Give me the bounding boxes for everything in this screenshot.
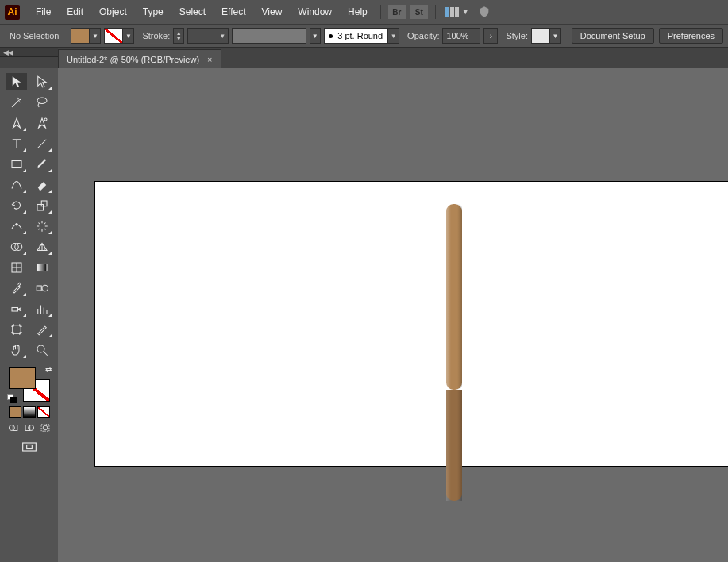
svg-point-1: [44, 118, 47, 121]
artboard-tool[interactable]: [6, 321, 27, 338]
variable-width-profile-dd[interactable]: ▼: [310, 28, 321, 44]
artwork-stick[interactable]: [446, 204, 462, 390]
graphic-style[interactable]: ▼: [531, 28, 561, 44]
default-fill-stroke-icon[interactable]: [7, 394, 17, 403]
svg-rect-3: [37, 205, 44, 211]
style-swatch: [532, 29, 549, 43]
color-mode-solid[interactable]: [9, 406, 21, 418]
perspective-grid-tool[interactable]: [32, 238, 52, 256]
control-divider: [67, 29, 67, 43]
hand-tool[interactable]: [6, 341, 27, 359]
gradient-tool[interactable]: [32, 259, 52, 276]
collapse-icon: ◀◀: [3, 48, 13, 56]
svg-rect-10: [37, 286, 41, 291]
chevron-down-icon: ▼: [122, 29, 133, 43]
arrange-documents[interactable]: ▼: [445, 7, 469, 17]
free-transform-tool[interactable]: [32, 217, 52, 235]
scale-tool[interactable]: [32, 197, 52, 214]
bridge-button[interactable]: Br: [388, 5, 406, 19]
color-mode-gradient[interactable]: [23, 406, 36, 418]
column-graph-tool[interactable]: [32, 300, 52, 318]
artboard[interactable]: [94, 181, 728, 467]
menu-object[interactable]: Object: [91, 6, 135, 17]
menu-select[interactable]: Select: [171, 6, 214, 17]
swap-fill-stroke-icon[interactable]: ⇄: [45, 365, 52, 374]
menu-help[interactable]: Help: [340, 6, 376, 17]
opacity-field[interactable]: 100%: [442, 28, 480, 44]
menu-file[interactable]: File: [28, 6, 59, 17]
svg-rect-2: [12, 161, 21, 168]
svg-rect-13: [12, 325, 21, 334]
line-segment-tool[interactable]: [32, 135, 52, 152]
svg-rect-4: [41, 201, 47, 206]
selection-status: No Selection: [5, 31, 64, 40]
width-tool[interactable]: [6, 217, 27, 235]
stock-button[interactable]: St: [410, 5, 428, 19]
canvas-area[interactable]: [58, 68, 728, 562]
opacity-more[interactable]: ›: [483, 28, 498, 44]
svg-point-18: [28, 425, 33, 431]
stroke-color[interactable]: ▼: [104, 28, 134, 44]
tools-panel: ⇄: [0, 68, 58, 462]
draw-inside[interactable]: [39, 422, 52, 433]
svg-point-20: [43, 425, 48, 430]
direct-selection-tool[interactable]: [32, 73, 52, 90]
app-logo: Ai: [5, 5, 20, 20]
eyedropper-tool[interactable]: [6, 279, 27, 297]
svg-rect-22: [26, 445, 32, 449]
menu-divider-2: [435, 5, 436, 19]
draw-normal[interactable]: [7, 422, 20, 433]
shaper-tool[interactable]: [6, 176, 27, 194]
close-icon[interactable]: ×: [207, 55, 212, 64]
stroke-swatch-none: [105, 29, 122, 43]
menu-view[interactable]: View: [254, 6, 291, 17]
mesh-tool[interactable]: [6, 259, 27, 276]
selection-tool[interactable]: [6, 73, 27, 90]
menu-type[interactable]: Type: [135, 6, 171, 17]
variable-width-profile[interactable]: [232, 28, 306, 44]
chevron-down-icon: ▼: [89, 29, 100, 43]
curvature-tool[interactable]: [32, 114, 52, 132]
preferences-button[interactable]: Preferences: [659, 28, 723, 44]
rotate-tool[interactable]: [6, 197, 27, 214]
slice-tool[interactable]: [32, 321, 52, 338]
fill-swatch: [71, 29, 89, 43]
screen-mode[interactable]: [19, 440, 40, 454]
menu-effect[interactable]: Effect: [214, 6, 253, 17]
stroke-weight-stepper[interactable]: ▲▼: [173, 28, 184, 44]
fill-color[interactable]: ▼: [71, 28, 101, 44]
blend-tool[interactable]: [32, 279, 52, 297]
fill-stroke-proxy[interactable]: ⇄: [7, 365, 52, 403]
menu-divider: [380, 5, 381, 19]
menu-window[interactable]: Window: [290, 6, 340, 17]
magic-wand-tool[interactable]: [6, 94, 27, 111]
type-tool[interactable]: [6, 135, 27, 152]
panel-collapse-strip[interactable]: ◀◀: [0, 48, 58, 57]
chevron-down-icon: ▼: [219, 33, 225, 40]
svg-point-11: [42, 285, 48, 291]
brush-definition[interactable]: 3 pt. Round ▼: [324, 28, 399, 44]
color-mode-none[interactable]: [37, 406, 50, 418]
draw-behind[interactable]: [23, 422, 36, 433]
opacity-label: Opacity:: [407, 31, 439, 40]
fill-proxy[interactable]: [9, 367, 36, 389]
artwork-stick-shadow: [446, 390, 462, 501]
lasso-tool[interactable]: [32, 94, 52, 111]
zoom-tool[interactable]: [32, 341, 52, 359]
control-bar: No Selection ▼ ▼ Stroke: ▲▼ ▼ ▼ 3 pt. Ro…: [0, 24, 728, 48]
gpu-preview-icon[interactable]: [477, 5, 491, 19]
stroke-label: Stroke:: [142, 31, 170, 40]
chevron-down-icon: ▼: [549, 29, 560, 43]
eraser-tool[interactable]: [32, 176, 52, 194]
stroke-weight-field[interactable]: ▼: [187, 28, 229, 44]
style-label: Style:: [506, 31, 528, 40]
svg-rect-21: [22, 443, 36, 451]
rectangle-tool[interactable]: [6, 156, 27, 173]
document-setup-button[interactable]: Document Setup: [572, 28, 654, 44]
symbol-sprayer-tool[interactable]: [6, 300, 27, 318]
menu-edit[interactable]: Edit: [59, 6, 91, 17]
shape-builder-tool[interactable]: [6, 238, 27, 256]
paintbrush-tool[interactable]: [32, 156, 52, 173]
document-tab[interactable]: Untitled-2* @ 50% (RGB/Preview) ×: [58, 49, 221, 68]
pen-tool[interactable]: [6, 114, 27, 132]
